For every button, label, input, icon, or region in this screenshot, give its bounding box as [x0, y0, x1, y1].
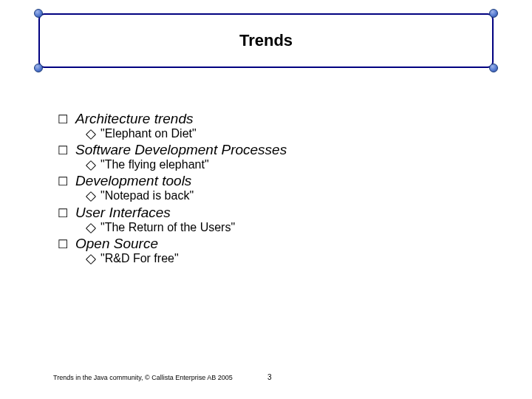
- list-subitem: "The flying elephant": [87, 158, 486, 171]
- list-item: ☐ Software Development Processes: [58, 142, 486, 158]
- list-item: ☐ Open Source: [58, 236, 486, 252]
- content-list: ☐ Architecture trends "Elephant on Diet"…: [58, 109, 486, 265]
- subitem-label: "The flying elephant": [100, 158, 209, 171]
- diamond-bullet-icon: [87, 162, 95, 169]
- list-item: ☐ Architecture trends: [58, 111, 486, 127]
- list-subitem: "The Return of the Users": [87, 221, 486, 234]
- square-bullet-icon: ☐: [58, 207, 68, 220]
- list-subitem: "R&D For free": [87, 252, 486, 265]
- square-bullet-icon: ☐: [58, 144, 68, 157]
- item-label: Architecture trends: [75, 111, 193, 127]
- page-number: 3: [267, 373, 272, 381]
- diamond-bullet-icon: [87, 256, 95, 263]
- corner-dot-icon: [34, 64, 43, 72]
- footer-text: Trends in the Java community, © Callista…: [53, 374, 233, 381]
- diamond-bullet-icon: [87, 131, 95, 138]
- list-item: ☐ Development tools: [58, 173, 486, 189]
- corner-dot-icon: [489, 64, 498, 72]
- item-label: Open Source: [75, 236, 158, 252]
- square-bullet-icon: ☐: [58, 238, 68, 251]
- list-item: ☐ User Interfaces: [58, 205, 486, 221]
- list-subitem: "Notepad is back": [87, 189, 486, 202]
- footer: Trends in the Java community, © Callista…: [53, 374, 479, 381]
- title-box: Trends: [38, 13, 494, 68]
- square-bullet-icon: ☐: [58, 113, 68, 126]
- item-label: Software Development Processes: [75, 142, 287, 158]
- item-label: User Interfaces: [75, 205, 171, 221]
- slide-title: Trends: [239, 31, 293, 50]
- list-subitem: "Elephant on Diet": [87, 127, 486, 140]
- square-bullet-icon: ☐: [58, 175, 68, 188]
- subitem-label: "Elephant on Diet": [100, 127, 197, 140]
- subitem-label: "The Return of the Users": [100, 221, 235, 234]
- item-label: Development tools: [75, 173, 191, 189]
- diamond-bullet-icon: [87, 225, 95, 232]
- subitem-label: "R&D For free": [100, 252, 179, 265]
- subitem-label: "Notepad is back": [100, 189, 194, 202]
- corner-dot-icon: [489, 9, 498, 18]
- diamond-bullet-icon: [87, 193, 95, 200]
- corner-dot-icon: [34, 9, 43, 18]
